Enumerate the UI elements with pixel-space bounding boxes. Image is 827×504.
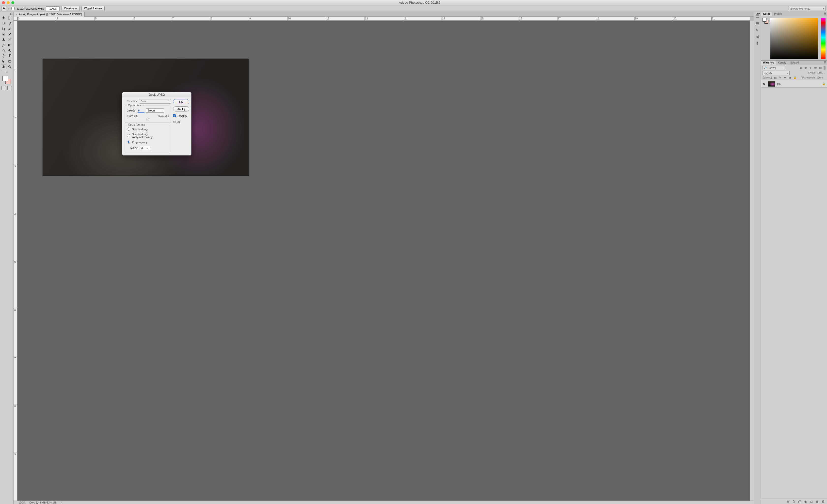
- color-field[interactable]: [770, 18, 818, 59]
- scroll-all-windows-checkbox[interactable]: Przewiń wszystkie okna: [11, 7, 44, 10]
- history-brush-tool-icon[interactable]: [7, 37, 12, 42]
- workspace-switcher[interactable]: Istotne elementy ▾: [789, 6, 826, 11]
- collapse-toggle-icon[interactable]: ◀◀: [9, 13, 12, 15]
- type-tool-icon[interactable]: T: [7, 53, 12, 58]
- shape-tool-icon[interactable]: [7, 59, 12, 64]
- properties-panel-icon[interactable]: [755, 20, 760, 26]
- new-layer-icon[interactable]: ⊞: [816, 500, 819, 503]
- filter-type-icon[interactable]: T: [809, 66, 812, 70]
- eraser-tool-icon[interactable]: [1, 43, 6, 48]
- status-flyout-icon[interactable]: 〉: [60, 501, 63, 504]
- tab-layers[interactable]: Warstwy: [761, 60, 776, 65]
- color-swatch-pair[interactable]: [763, 18, 768, 23]
- lasso-tool-icon[interactable]: [1, 21, 6, 26]
- fit-screen-button[interactable]: Do ekranu: [61, 6, 80, 11]
- tab-channels[interactable]: Kanały: [776, 60, 788, 65]
- marquee-tool-icon[interactable]: [7, 15, 12, 20]
- character-panel-icon[interactable]: 텍: [755, 27, 760, 33]
- filter-shape-icon[interactable]: ▭: [814, 66, 817, 70]
- wand-tool-icon[interactable]: [7, 21, 12, 26]
- hue-strip[interactable]: [821, 18, 826, 59]
- quickmask-icon[interactable]: [1, 86, 6, 90]
- dodge-tool-icon[interactable]: [7, 48, 12, 53]
- radio-progressive[interactable]: Progresywny: [127, 141, 169, 144]
- eyedropper-tool-icon[interactable]: [7, 26, 12, 31]
- tab-swatches[interactable]: Próbki: [772, 12, 784, 16]
- layer-thumbnail[interactable]: [768, 81, 775, 87]
- layer-filter-select[interactable]: 🔎 Rodzaj⌄: [763, 66, 785, 70]
- ok-button[interactable]: OK: [173, 99, 189, 104]
- radio-baseline[interactable]: Standardowy: [127, 128, 169, 131]
- lock-all-icon[interactable]: 🔒: [793, 76, 797, 79]
- fx-icon[interactable]: fx: [792, 500, 795, 503]
- filter-adjust-icon[interactable]: ◐: [804, 66, 807, 70]
- minimize-window-icon[interactable]: [7, 1, 10, 4]
- layers-panel-menu-icon[interactable]: ▤: [823, 60, 827, 65]
- lock-artboard-icon[interactable]: ▣: [788, 76, 792, 79]
- crop-tool-icon[interactable]: [1, 26, 6, 31]
- layer-name[interactable]: Tło: [777, 83, 780, 85]
- paragraph-panel-icon[interactable]: ¶: [755, 41, 760, 46]
- path-select-tool-icon[interactable]: [1, 59, 6, 64]
- quality-slider[interactable]: [127, 118, 169, 120]
- brush-tool-icon[interactable]: [7, 32, 12, 37]
- status-docsize[interactable]: Dok: 6,44 MB/6,44 MB: [29, 501, 57, 504]
- gradient-tool-icon[interactable]: [7, 43, 12, 48]
- color-panel-menu-icon[interactable]: ▤: [823, 12, 827, 16]
- ruler-origin[interactable]: [13, 17, 17, 21]
- expand-dock-icon[interactable]: ▶▶: [757, 12, 760, 14]
- close-tab-icon[interactable]: ×: [16, 13, 17, 16]
- patch-tool-icon[interactable]: [1, 32, 6, 37]
- lock-icon[interactable]: 🔒: [822, 82, 826, 85]
- fill-value[interactable]: 100%: [816, 76, 823, 79]
- status-zoom[interactable]: 100%: [18, 501, 26, 504]
- move-tool-icon[interactable]: [1, 15, 6, 20]
- layer-row[interactable]: Tło 🔒: [761, 80, 827, 88]
- quality-input[interactable]: [138, 108, 144, 113]
- zoom-tool-icon[interactable]: [7, 64, 12, 69]
- blend-mode-select[interactable]: Zwykły⌄: [763, 71, 790, 75]
- lock-label: Zablokuj:: [763, 76, 773, 79]
- scans-select[interactable]: 3⌄: [140, 146, 150, 150]
- edit-toolbar-icon[interactable]: ⋯: [2, 70, 11, 74]
- lock-pixels-icon[interactable]: ▦: [774, 76, 777, 79]
- tab-color[interactable]: Kolor: [761, 12, 772, 16]
- scroll-all-cb[interactable]: [11, 7, 14, 10]
- zoom-window-icon[interactable]: [11, 1, 14, 4]
- preview-checkbox[interactable]: Podgląd: [173, 114, 189, 117]
- vertical-scrollbar[interactable]: [750, 21, 753, 501]
- filter-toggle-icon[interactable]: [824, 66, 826, 70]
- foreground-color-swatch[interactable]: [2, 76, 8, 81]
- visibility-icon[interactable]: [763, 82, 766, 86]
- active-tool-icon[interactable]: [1, 6, 6, 11]
- close-window-icon[interactable]: [2, 1, 5, 4]
- canvas-viewport[interactable]: Opcje JPEG Otoczka: Brak⌄ Opcje obrazu J…: [17, 21, 750, 501]
- filter-smart-icon[interactable]: ◫: [819, 66, 822, 70]
- vertical-ruler[interactable]: 123456789: [13, 21, 17, 501]
- blur-tool-icon[interactable]: [1, 48, 6, 53]
- document-tab[interactable]: × food_30-wysoki.psd @ 100% (Warstwa 1,R…: [13, 12, 85, 17]
- type-panel-icon[interactable]: A|: [755, 34, 760, 39]
- cancel-button[interactable]: Anuluj: [173, 106, 189, 111]
- lock-move-icon[interactable]: ✥: [783, 76, 787, 79]
- trash-icon[interactable]: 🗑: [822, 500, 825, 503]
- screenmode-icon[interactable]: [7, 86, 12, 90]
- pen-tool-icon[interactable]: [1, 53, 6, 58]
- horizontal-ruler[interactable]: 3456789101112131415161718192021: [17, 17, 750, 21]
- mask-icon[interactable]: ◯: [798, 500, 801, 503]
- hand-tool-icon[interactable]: [1, 64, 6, 69]
- filter-image-icon[interactable]: ▦: [799, 66, 802, 70]
- link-layers-icon[interactable]: ⧉: [786, 500, 790, 503]
- adjustment-icon[interactable]: ◐: [804, 500, 807, 503]
- preview-cb[interactable]: [173, 114, 176, 117]
- zoom-field[interactable]: 100%: [46, 6, 59, 11]
- tab-paths[interactable]: Ścieżki: [788, 60, 801, 65]
- group-icon[interactable]: 🗀: [810, 500, 813, 503]
- radio-optimized[interactable]: Standardowy zoptymalizowany: [127, 133, 169, 139]
- color-swatches[interactable]: [2, 76, 11, 84]
- lock-paint-icon[interactable]: ✎: [779, 76, 782, 79]
- stamp-tool-icon[interactable]: [1, 37, 6, 42]
- opacity-value[interactable]: 100%: [816, 71, 823, 74]
- quality-preset-select[interactable]: Średni⌄: [146, 108, 164, 113]
- fill-screen-button[interactable]: Wypełnij ekran: [82, 6, 105, 11]
